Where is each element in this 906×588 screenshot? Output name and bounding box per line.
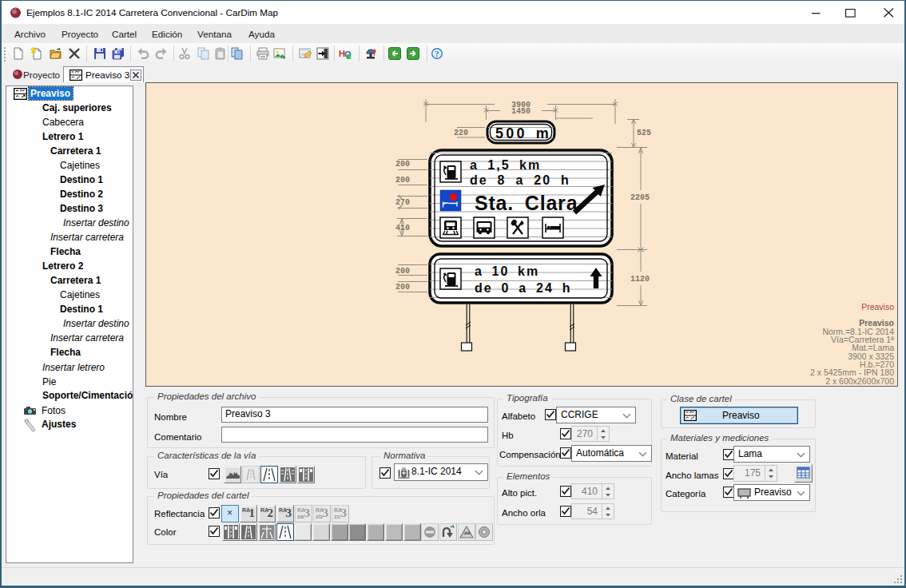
svg-text:?: ? (435, 49, 439, 58)
svg-text:410: 410 (395, 224, 410, 232)
svg-text:a 10 km: a 10 km (475, 264, 539, 278)
svg-text:Sta. Clara: Sta. Clara (475, 192, 578, 214)
svg-text:220: 220 (454, 129, 468, 137)
svg-text:200: 200 (395, 160, 410, 169)
svg-text:a 1,5 km: a 1,5 km (470, 158, 541, 172)
svg-text:de 0 a 24 h: de 0 a 24 h (475, 281, 571, 295)
svg-text:500m: 500m (495, 125, 551, 141)
svg-text:de 8 a 20 h: de 8 a 20 h (470, 173, 570, 187)
svg-text:1120: 1120 (630, 275, 650, 284)
svg-text:2205: 2205 (630, 193, 650, 202)
svg-text:1450: 1450 (511, 107, 530, 116)
svg-text:200: 200 (395, 283, 410, 292)
svg-text:270: 270 (395, 198, 410, 207)
svg-text:200: 200 (395, 176, 410, 185)
svg-text:200: 200 (395, 267, 410, 276)
svg-text:525: 525 (637, 129, 651, 137)
